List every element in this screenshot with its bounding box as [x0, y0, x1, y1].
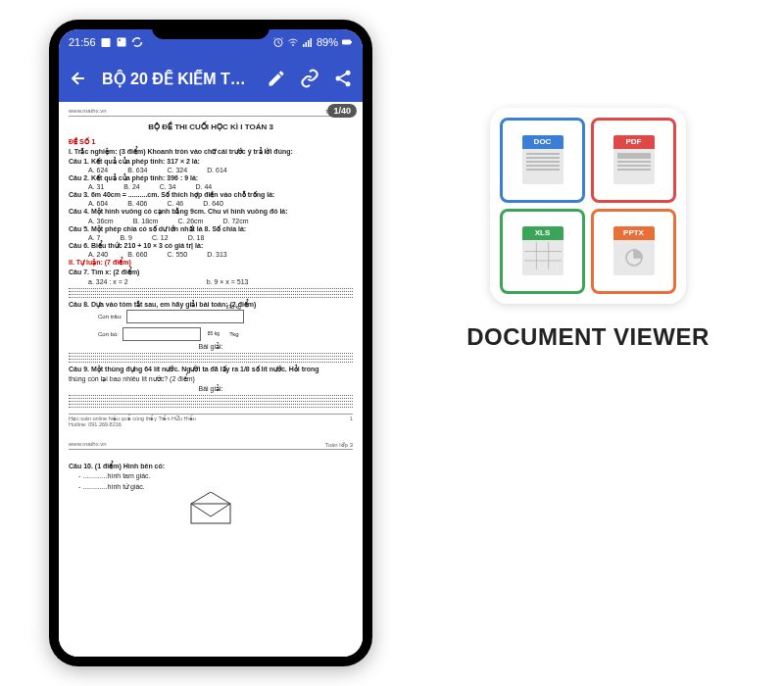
- bai-giai-2: Bài giải:: [69, 385, 353, 393]
- battery-icon: [341, 36, 353, 48]
- q5: Câu 5. Một phép chia có số dư lớn nhất l…: [69, 224, 353, 233]
- q3-opts: A. 604B. 406C. 46D. 640: [69, 200, 353, 207]
- doc-footer: Học toán online hiệu quả cùng thầy Trần …: [69, 414, 353, 427]
- pptx-tile: PPTX: [591, 209, 676, 294]
- app-name-label: DOCUMENT VIEWER: [431, 323, 745, 351]
- q4-opts: A. 36cmB. 18cmC. 26cmD. 72cm: [69, 218, 353, 224]
- doc-site: www.mathx.vn: [69, 108, 107, 115]
- pdf-label: PDF: [613, 135, 655, 149]
- status-battery: 89%: [317, 36, 338, 48]
- svg-rect-6: [305, 42, 307, 47]
- phone-screen: 21:56 89% BỘ 20 ĐỀ KIỂM TR... 1/40: [59, 29, 363, 657]
- svg-rect-14: [191, 504, 230, 523]
- q2-opts: A. 31B. 24C. 34D. 44: [69, 183, 353, 190]
- q1: Câu 1. Kết quả của phép tính: 317 × 2 là…: [69, 157, 353, 166]
- document-view[interactable]: 1/40 www.mathx.vn Toán lớp 3 BỘ ĐỀ THI C…: [59, 102, 363, 657]
- q7-parts: a. 324 : x = 2b. 9 × x = 513: [69, 277, 353, 286]
- q7: Câu 7. Tìm x: (2 điểm): [69, 268, 353, 276]
- xls-label: XLS: [522, 226, 564, 240]
- q10: Câu 10. (1 điểm) Hình bên có:: [69, 462, 353, 470]
- svg-rect-7: [308, 40, 310, 47]
- doc-header-2: www.mathx.vn Toán lớp 3: [69, 441, 353, 450]
- envelope-shape: [186, 492, 235, 526]
- svg-rect-10: [351, 41, 352, 43]
- section-1: I. Trắc nghiệm: (3 điểm) Khoanh tròn vào…: [69, 147, 353, 156]
- q8-diagram: Con trâu:276 kg Con bò:85 kg?kg: [69, 310, 353, 341]
- q3: Câu 3. 6m 40cm = ..........cm. Số thích …: [69, 190, 353, 199]
- wifi-icon: [287, 36, 299, 48]
- q4: Câu 4. Một hình vuông có cạnh bằng 9cm. …: [69, 207, 353, 216]
- svg-rect-1: [117, 38, 125, 47]
- alarm-icon: [272, 36, 284, 48]
- doc-title: BỘ ĐỀ THI CUỐI HỌC KÌ I TOÁN 3: [69, 122, 353, 131]
- svg-point-2: [119, 39, 121, 41]
- promo-section: DOC PDF XLS PPTX DOCUMENT VIEWER: [431, 108, 745, 351]
- bai-giai-1: Bài giải:: [69, 343, 353, 351]
- svg-rect-9: [342, 40, 351, 45]
- q1-opts: A. 624B. 634C. 324D. 614: [69, 167, 353, 173]
- page-indicator: 1/40: [327, 104, 357, 118]
- sync-icon: [131, 36, 143, 48]
- phone-mockup: 21:56 89% BỘ 20 ĐỀ KIỂM TR... 1/40: [49, 20, 372, 666]
- back-arrow-icon[interactable]: [69, 69, 88, 88]
- doc-header: www.mathx.vn Toán lớp 3: [69, 108, 353, 117]
- pptx-label: PPTX: [613, 226, 655, 240]
- calendar-icon: [100, 36, 112, 48]
- exam-number: ĐỀ SỐ 1: [69, 137, 353, 146]
- doc-label: DOC: [522, 135, 564, 149]
- q10a: - .............hình tam giác.: [69, 471, 353, 480]
- app-logo: DOC PDF XLS PPTX: [490, 108, 686, 304]
- svg-rect-0: [101, 38, 110, 47]
- svg-point-4: [292, 45, 293, 46]
- svg-point-12: [336, 76, 341, 81]
- q9-cont: thùng còn lại bao nhiêu lít nước? (2 điể…: [69, 374, 353, 383]
- q6-opts: A. 240B. 660C. 550D. 313: [69, 251, 353, 258]
- q2: Câu 2. Kết quả của phép tính: 396 : 9 là…: [69, 173, 353, 182]
- xls-tile: XLS: [500, 209, 585, 294]
- share-icon[interactable]: [333, 69, 353, 88]
- doc-tile: DOC: [500, 118, 585, 203]
- q6: Câu 6. Biểu thức 210 + 10 × 3 có giá trị…: [69, 241, 353, 250]
- status-time: 21:56: [69, 36, 96, 48]
- edit-icon[interactable]: [267, 69, 286, 88]
- signal-icon: [302, 36, 314, 48]
- svg-rect-5: [303, 44, 305, 47]
- q9: Câu 9. Một thùng đựng 64 lít nước. Người…: [69, 365, 353, 373]
- q5-opts: A. 7B. 9C. 12D. 18: [69, 234, 353, 241]
- q10b: - .............hình tứ giác.: [69, 482, 353, 491]
- q8: Câu 8. Dựa vào tóm tắt sau, em hãy giải …: [69, 300, 353, 309]
- app-bar: BỘ 20 ĐỀ KIỂM TR...: [59, 55, 363, 102]
- svg-rect-8: [310, 38, 312, 47]
- image-icon: [116, 36, 127, 48]
- svg-point-11: [346, 71, 351, 75]
- section-2: II. Tự luận: (7 điểm): [69, 258, 353, 267]
- pdf-tile: PDF: [591, 118, 676, 203]
- svg-point-13: [346, 81, 351, 86]
- link-icon[interactable]: [300, 69, 319, 88]
- phone-notch: [152, 20, 270, 39]
- app-title: BỘ 20 ĐỀ KIỂM TR...: [102, 70, 253, 88]
